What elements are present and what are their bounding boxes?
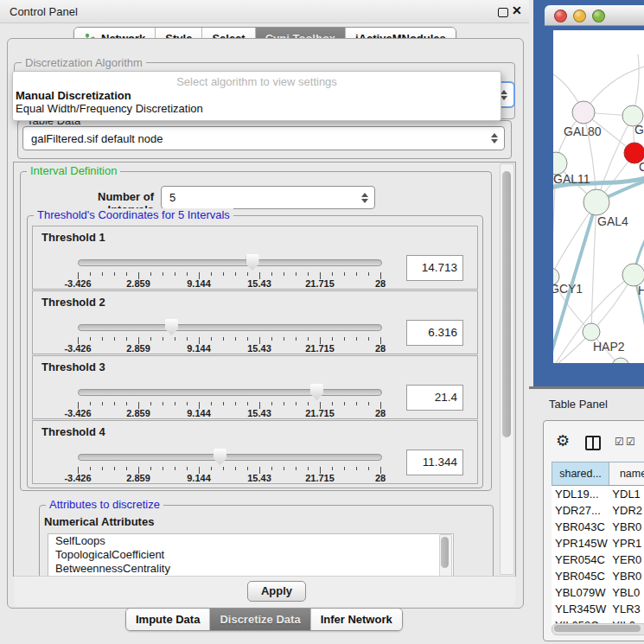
slider-tick-label: 21.715	[298, 343, 341, 354]
split-columns-icon[interactable]	[585, 436, 601, 450]
slider-tick	[235, 402, 236, 405]
table-row[interactable]: YDL19...YDL1	[552, 486, 644, 502]
network-window-titlebar	[545, 5, 644, 26]
checkbox-icon[interactable]: ☑	[615, 437, 624, 447]
threshold-value-field[interactable]: 11.344	[406, 450, 463, 475]
slider-tick	[296, 402, 296, 405]
table-cell[interactable]: YLR345W	[552, 601, 609, 617]
float-icon[interactable]	[498, 8, 508, 17]
table-cell[interactable]: YBL0	[609, 584, 644, 601]
slider-tick	[90, 402, 91, 405]
slider-thumb[interactable]	[310, 384, 323, 400]
table-cell[interactable]: YPR145W	[552, 535, 609, 552]
slider-tick	[114, 467, 115, 470]
slider-tick-label: 2.859	[117, 343, 160, 354]
slider-track[interactable]	[78, 454, 382, 461]
attribute-item[interactable]: SelfLoops	[48, 534, 453, 548]
attributes-scrollbar[interactable]	[439, 534, 452, 577]
table-row[interactable]: YBR043CYBR0	[552, 519, 644, 535]
table-cell[interactable]: YPR1	[609, 535, 644, 552]
network-node[interactable]	[583, 189, 609, 215]
threshold-value-field[interactable]: 6.316	[406, 320, 463, 346]
table-cell[interactable]: YLR3	[609, 601, 644, 617]
slider-thumb[interactable]	[214, 449, 226, 465]
table-cell[interactable]: YBL079W	[552, 584, 609, 601]
tab-impute-data[interactable]: Impute Data	[126, 609, 210, 630]
close-traffic-light[interactable]	[554, 10, 567, 22]
minimize-traffic-light[interactable]	[573, 10, 586, 22]
network-node[interactable]	[572, 101, 595, 124]
slider-tick	[223, 272, 224, 276]
table-cell[interactable]: YDL19...	[552, 486, 609, 502]
slider-thumb[interactable]	[165, 319, 178, 335]
threshold-value-field[interactable]: 21.4	[406, 385, 463, 411]
threshold-label: Threshold 3	[41, 360, 105, 373]
settings-scrollbar[interactable]	[500, 163, 514, 575]
tab-infer-network[interactable]: Infer Network	[311, 609, 402, 630]
slider-tick	[356, 467, 357, 470]
table-header-row[interactable]: shared...name	[552, 462, 644, 486]
table-cell[interactable]: YER0	[609, 552, 644, 568]
slider-tick	[150, 272, 151, 276]
table-row[interactable]: YBR045CYBR0	[552, 568, 644, 584]
table-row[interactable]: YPR145WYPR1	[552, 535, 644, 552]
table-cell[interactable]: YBR0	[609, 568, 644, 584]
table-cell[interactable]: YDL1	[609, 486, 644, 502]
threshold-value-field[interactable]: 14.713	[406, 255, 463, 281]
slider-tick	[126, 467, 127, 470]
threshold-label: Threshold 2	[41, 296, 105, 309]
table-row[interactable]: YDR27...YDR2	[552, 502, 644, 519]
node-table[interactable]: shared...name YDL19...YDL1YDR27...YDR2YB…	[552, 462, 644, 634]
attribute-item[interactable]: TopologicalCoefficient	[48, 548, 453, 562]
table-cell[interactable]: YER054C	[552, 552, 609, 568]
slider-track[interactable]	[78, 259, 382, 266]
settings-scrollbar-thumb[interactable]	[502, 171, 511, 437]
apply-button[interactable]: Apply	[247, 581, 306, 602]
column-header[interactable]: shared...	[552, 462, 609, 485]
number-of-intervals-value: 5	[162, 191, 374, 204]
table-cell[interactable]: YDR2	[609, 502, 644, 519]
slider-tick	[235, 467, 236, 470]
slider-tick	[90, 467, 91, 470]
table-data-combobox[interactable]: galFiltered.sif default node	[22, 126, 505, 150]
slider-track[interactable]	[78, 389, 382, 396]
zoom-traffic-light[interactable]	[592, 10, 605, 22]
number-of-intervals-combobox[interactable]: 5	[161, 186, 375, 209]
table-cell[interactable]: YBR043C	[552, 519, 609, 535]
bottom-tab-bar: Impute DataDiscretize DataInfer Network	[125, 608, 403, 631]
network-node[interactable]	[612, 358, 629, 363]
slider-track[interactable]	[78, 324, 382, 331]
network-canvas[interactable]: GAL80GACGAL11GAL4GCY1HHAP2	[553, 30, 644, 363]
column-header[interactable]: name	[609, 462, 644, 485]
gear-icon[interactable]: ⚙	[556, 433, 570, 449]
slider-tick	[126, 272, 127, 276]
settings-scroll-area: Interval Definition Number of Intervals …	[13, 162, 516, 577]
table-horizontal-scrollbar[interactable]	[552, 623, 644, 635]
slider-tick	[114, 272, 115, 276]
algorithm-option[interactable]: Manual Discretization	[16, 89, 131, 102]
slider-tick	[271, 337, 272, 341]
table-cell[interactable]: YBR045C	[552, 568, 609, 584]
table-cell[interactable]: YDR27...	[552, 502, 609, 519]
tab-discretize-data[interactable]: Discretize Data	[210, 609, 310, 630]
slider-tick-label: 15.43	[238, 473, 281, 483]
table-row[interactable]: YLR345WYLR3	[552, 601, 644, 617]
close-icon[interactable]: ✕	[512, 3, 522, 17]
slider-tick	[368, 272, 369, 276]
slider-tick	[175, 467, 175, 470]
panel-divider[interactable]	[529, 386, 644, 389]
table-cell[interactable]: YBR0	[609, 519, 644, 535]
algorithm-option[interactable]: Equal Width/Frequency Discretization	[16, 102, 203, 115]
network-node[interactable]	[583, 323, 600, 341]
slider-tick-label: -3.426	[56, 278, 99, 289]
checkbox-icon[interactable]: ☑	[626, 437, 635, 447]
combo-arrows-icon	[501, 90, 507, 100]
attributes-scrollbar-thumb[interactable]	[441, 537, 449, 568]
numerical-attributes-list[interactable]: SelfLoopsTopologicalCoefficientBetweenne…	[48, 533, 454, 577]
table-row[interactable]: YER054CYER0	[552, 552, 644, 568]
attribute-item[interactable]: BetweennessCentrality	[48, 562, 453, 576]
table-hscrollbar-thumb[interactable]	[554, 625, 641, 632]
combo-arrows-icon	[491, 133, 498, 143]
table-row[interactable]: YBL079WYBL0	[552, 584, 644, 601]
slider-thumb[interactable]	[246, 254, 259, 271]
